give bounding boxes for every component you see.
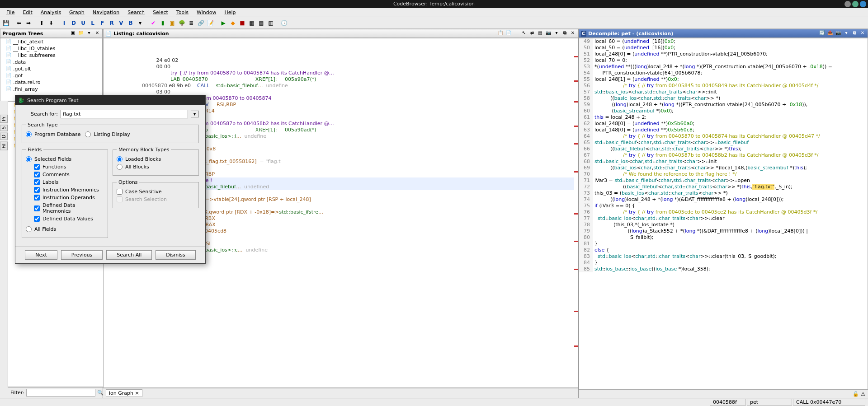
stop-icon[interactable]: ■ (238, 19, 246, 27)
pt-btn2-icon[interactable]: 📁 (78, 30, 84, 37)
tree-item[interactable]: .fini_array (0, 86, 102, 93)
save-icon[interactable]: 💾 (2, 19, 10, 27)
decompile-line[interactable]: 64 /* try { // try from 00405870 to 0040… (579, 133, 868, 140)
selected-fields-radio[interactable] (26, 156, 32, 162)
listing-line[interactable]: try { // try from 00405870 to 00405874 h… (104, 70, 578, 76)
marker-icon[interactable]: ▮ (159, 19, 167, 27)
decompile-line[interactable]: 82else { (579, 247, 868, 253)
decompile-line[interactable]: 49local_60 = (undefined [16])0x0; (579, 38, 868, 45)
decompile-line[interactable]: 59 ((long)local_248 + *(long *)(PTR_cons… (579, 102, 868, 108)
chevron-down-icon[interactable]: ▾ (136, 19, 144, 27)
dc-close-icon[interactable]: ✕ (859, 30, 866, 37)
dc-menu-icon[interactable]: ▾ (843, 30, 849, 37)
menu-navigation[interactable]: Navigation (89, 9, 123, 16)
struct-icon[interactable]: ≣ (187, 19, 195, 27)
warn-icon[interactable]: ⚠ (861, 391, 865, 397)
sidetab[interactable]: Fil (0, 142, 8, 150)
r-icon[interactable]: R (108, 19, 116, 27)
listing-line[interactable]: 00405870 e8 9b e0 CALL std::basic_filebu… (104, 83, 578, 89)
decompile-line[interactable]: 73this_03 = (basic_ios<char,std::char_tr… (579, 190, 868, 196)
ls-cursor-icon[interactable]: ↖ (521, 30, 527, 37)
text-icon[interactable]: 📝 (206, 19, 214, 27)
decompile-line[interactable]: 80 _S_failbit); (579, 234, 868, 241)
labels-check[interactable] (34, 179, 40, 185)
fwd-icon[interactable]: ➡ (24, 19, 33, 27)
tree-item[interactable]: .data (0, 59, 102, 65)
tree-item[interactable]: __libc_atexit (0, 38, 102, 45)
pt-close-icon[interactable]: ✕ (94, 30, 100, 37)
decompile-line[interactable]: 51local_248[0] = (undefined **)PTR_const… (579, 51, 868, 57)
search-all-button[interactable]: Search All (106, 250, 152, 260)
def-data-val-check[interactable] (34, 216, 40, 222)
decompile-line[interactable]: 58 ((basic_ios<char,std::char_traits<cha… (579, 95, 868, 102)
menu-tools[interactable]: Tools (173, 9, 192, 16)
grid2-icon[interactable]: ▤ (257, 19, 265, 27)
d-icon[interactable]: D (70, 19, 78, 27)
decompile-line[interactable]: 53*(undefined **)((long)local_248 + *(lo… (579, 64, 868, 70)
next-button[interactable]: Next (25, 250, 57, 260)
decompile-line[interactable]: 68std::basic_ios<char,std::char_traits<c… (579, 159, 868, 165)
maximize-icon[interactable] (852, 1, 859, 7)
listing-line[interactable]: 24 e0 02 (104, 57, 578, 64)
ls-diff-icon[interactable]: ⇄ (529, 30, 535, 37)
ls-paste-icon[interactable]: 📄 (505, 30, 512, 37)
filter-input[interactable] (26, 389, 95, 397)
ls-close-icon[interactable]: ✕ (570, 30, 576, 37)
decompile-line[interactable]: 55local_248[1] = (undefined **)0x0; (579, 76, 868, 83)
tree-item[interactable]: .got (0, 72, 102, 79)
decompile-line[interactable]: 67 /* try { // try from 0040587b to 0040… (579, 152, 868, 159)
filter-go-icon[interactable]: 🔍 (97, 390, 104, 396)
loaded-blocks-radio[interactable] (117, 156, 123, 162)
ls-copy-icon[interactable]: 📋 (497, 30, 504, 37)
decompile-line[interactable]: 78 (this_03,*(_Ios_Iostate *) (579, 222, 868, 228)
decompile-line[interactable]: 70 /* We found the reference to the flag… (579, 171, 868, 177)
program-database-radio[interactable] (26, 131, 32, 137)
menu-graph[interactable]: Graph (66, 9, 88, 16)
decompile-line[interactable]: 77 std::basic_ios<char,std::char_traits<… (579, 215, 868, 222)
grid3-icon[interactable]: ▥ (267, 19, 275, 27)
tree-item[interactable]: .data.rel.ro (0, 79, 102, 86)
decompile-view[interactable]: 49local_60 = (undefined [16])0x0;50local… (579, 38, 868, 390)
listing-display-radio[interactable] (85, 131, 91, 137)
f-icon[interactable]: F (98, 19, 106, 27)
decompile-line[interactable]: 54 PTR_construction-vtable[64]_005b6078; (579, 70, 868, 76)
decompile-line[interactable]: 75if (iVar3 == 0) { (579, 203, 868, 209)
decompile-line[interactable]: 81} (579, 241, 868, 247)
search-for-input[interactable] (61, 110, 188, 118)
link-icon[interactable]: 🔗 (197, 19, 205, 27)
decompile-line[interactable]: 61this = local_248 + 2; (579, 114, 868, 121)
case-sensitive-check[interactable] (117, 189, 123, 195)
grid1-icon[interactable]: ▦ (248, 19, 256, 27)
decompile-line[interactable]: 62local_248[0] = (undefined **)0x5b60a0; (579, 121, 868, 127)
pt-btn1-icon[interactable]: ▣ (70, 30, 76, 37)
check-icon[interactable]: ✔ (149, 19, 157, 27)
sidetab[interactable]: S (0, 125, 8, 131)
all-blocks-radio[interactable] (117, 164, 123, 170)
instr-ops-check[interactable] (34, 195, 40, 201)
decompile-line[interactable]: 60 (basic_streambuf *)0x0); (579, 108, 868, 114)
up-icon[interactable]: ⬆ (38, 19, 46, 27)
dc-export-icon[interactable]: 📤 (827, 30, 833, 37)
l-icon[interactable]: L (89, 19, 97, 27)
minimize-icon[interactable] (844, 1, 851, 7)
search-combo-icon[interactable]: ▾ (191, 111, 199, 117)
all-fields-radio[interactable] (26, 226, 32, 232)
menu-help[interactable]: Help (221, 9, 239, 16)
play-icon[interactable]: ▶ (219, 19, 227, 27)
sidetab[interactable]: D (0, 133, 8, 140)
box-icon[interactable]: ▣ (168, 19, 176, 27)
clock-icon[interactable]: 🕓 (280, 19, 288, 27)
decompile-line[interactable]: 76 /* try { // try from 00405cde to 0040… (579, 209, 868, 215)
back-icon[interactable]: ⬅ (15, 19, 23, 27)
diamond-icon[interactable]: ◆ (229, 19, 237, 27)
ls-snapshot-icon[interactable]: 📷 (545, 30, 552, 37)
decompile-line[interactable]: 63local_148[0] = (undefined **)0x5b60c8; (579, 127, 868, 133)
down-icon[interactable]: ⬇ (47, 19, 55, 27)
decompile-line[interactable]: 52local_70 = 0; (579, 57, 868, 64)
sidetab[interactable]: Pr (0, 115, 8, 123)
decompile-line[interactable]: 57std::basic_ios<char,std::char_traits<c… (579, 89, 868, 95)
v-icon[interactable]: V (117, 19, 125, 27)
menu-window[interactable]: Window (193, 9, 220, 16)
program-tree[interactable]: __libc_atexit__libc_IO_vtables__libc_sub… (0, 38, 103, 101)
ls-opts-icon[interactable]: ▤ (537, 30, 543, 37)
